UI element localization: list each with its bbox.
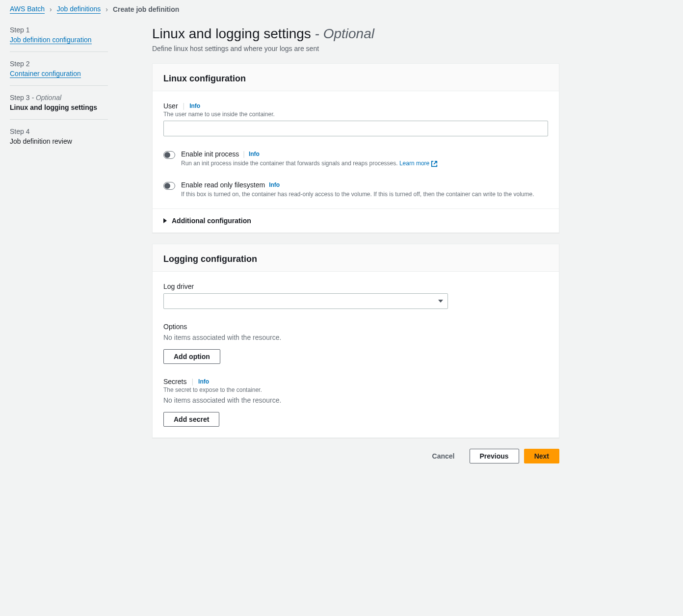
- init-process-toggle[interactable]: [163, 151, 175, 159]
- page-title: Linux and logging settings - Optional: [152, 26, 559, 42]
- wizard-step-3: Step 3 - Optional Linux and logging sett…: [10, 94, 108, 120]
- step-label: Step 2: [10, 60, 108, 68]
- step-label: Step 3 - Optional: [10, 94, 108, 102]
- caret-right-icon: [163, 218, 167, 223]
- cancel-button[interactable]: Cancel: [422, 449, 465, 463]
- step-label: Step 4: [10, 128, 108, 135]
- readonly-fs-group: Enable read only filesystem Info If this…: [163, 181, 548, 198]
- footer-actions: Cancel Previous Next: [152, 449, 559, 463]
- learn-more-link[interactable]: Learn more: [399, 160, 438, 167]
- secrets-label: Secrets: [163, 378, 186, 385]
- readonly-fs-desc: If this box is turned on, the container …: [181, 191, 548, 198]
- wizard-step-4: Step 4 Job definition review: [10, 128, 108, 153]
- card-title: Linux configuration: [163, 74, 548, 84]
- additional-config-label: Additional configuration: [172, 217, 251, 225]
- step-title: Linux and logging settings: [10, 103, 108, 111]
- divider: |: [191, 378, 193, 385]
- additional-config-expander[interactable]: Additional configuration: [153, 208, 559, 232]
- user-input[interactable]: [163, 121, 548, 136]
- breadcrumb-current: Create job definition: [113, 5, 179, 13]
- step-title: Job definition review: [10, 137, 108, 145]
- secrets-group: Secrets | Info The secret to expose to t…: [163, 378, 548, 427]
- init-process-label: Enable init process: [181, 150, 239, 158]
- linux-config-card: Linux configuration User | Info The user…: [152, 63, 559, 233]
- add-secret-button[interactable]: Add secret: [163, 412, 219, 427]
- info-link[interactable]: Info: [198, 378, 209, 385]
- previous-button[interactable]: Previous: [470, 449, 519, 463]
- log-driver-label: Log driver: [163, 282, 548, 290]
- step-title[interactable]: Container configuration: [10, 70, 81, 78]
- step-label: Step 1: [10, 26, 108, 34]
- options-group: Options No items associated with the res…: [163, 323, 548, 364]
- page-subtitle: Define linux host settings and where you…: [152, 45, 559, 52]
- breadcrumb: AWS Batch › Job definitions › Create job…: [10, 5, 673, 14]
- breadcrumb-root[interactable]: AWS Batch: [10, 5, 45, 14]
- log-driver-select[interactable]: [163, 293, 448, 309]
- options-label: Options: [163, 323, 548, 331]
- log-driver-group: Log driver: [163, 282, 548, 309]
- add-option-button[interactable]: Add option: [163, 349, 220, 364]
- user-label: User: [163, 102, 178, 110]
- init-process-desc: Run an init process inside the container…: [181, 160, 548, 167]
- info-link[interactable]: Info: [189, 103, 200, 109]
- wizard-step-2[interactable]: Step 2 Container configuration: [10, 60, 108, 86]
- options-empty: No items associated with the resource.: [163, 334, 548, 341]
- secrets-empty: No items associated with the resource.: [163, 396, 548, 404]
- chevron-right-icon: ›: [50, 5, 52, 13]
- logging-config-card: Logging configuration Log driver Options…: [152, 244, 559, 438]
- divider: |: [243, 150, 245, 158]
- next-button[interactable]: Next: [524, 449, 559, 463]
- card-title: Logging configuration: [163, 254, 548, 264]
- readonly-fs-label: Enable read only filesystem: [181, 181, 265, 189]
- info-link[interactable]: Info: [269, 181, 280, 188]
- wizard-step-1[interactable]: Step 1 Job definition configuration: [10, 26, 108, 52]
- external-link-icon: [431, 160, 438, 167]
- divider: |: [183, 102, 185, 110]
- user-help: The user name to use inside the containe…: [163, 111, 548, 118]
- secrets-help: The secret to expose to the container.: [163, 386, 548, 393]
- readonly-fs-toggle[interactable]: [163, 182, 175, 190]
- step-title[interactable]: Job definition configuration: [10, 36, 92, 44]
- wizard-sidebar: Step 1 Job definition configuration Step…: [10, 26, 108, 463]
- breadcrumb-parent[interactable]: Job definitions: [57, 5, 101, 14]
- info-link[interactable]: Info: [249, 151, 260, 157]
- init-process-group: Enable init process | Info Run an init p…: [163, 150, 548, 167]
- chevron-right-icon: ›: [105, 5, 108, 13]
- user-field-group: User | Info The user name to use inside …: [163, 102, 548, 136]
